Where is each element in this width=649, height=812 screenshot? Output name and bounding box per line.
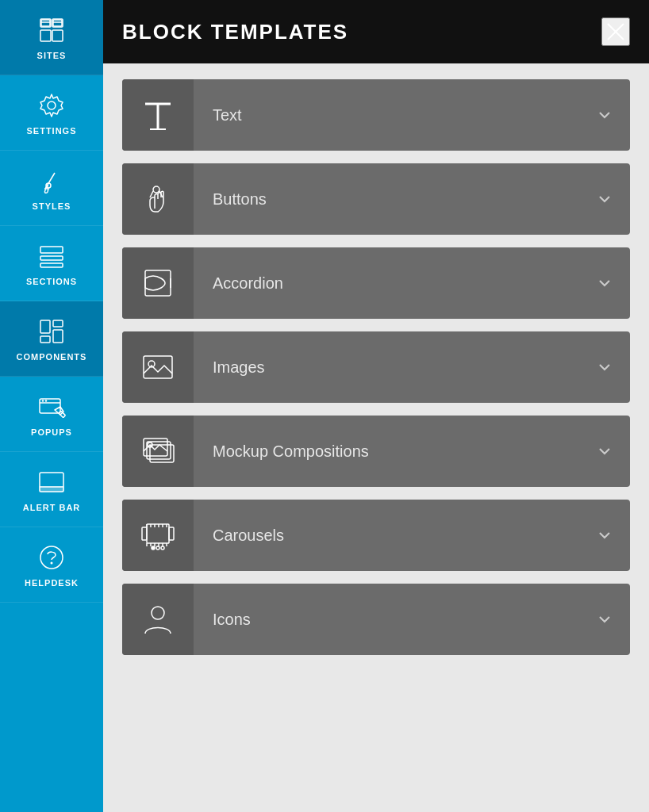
text-label-area: Text — [194, 79, 579, 151]
svg-rect-13 — [40, 256, 63, 260]
carousels-chevron — [579, 500, 630, 571]
svg-point-49 — [161, 546, 164, 550]
mockup-compositions-icon — [139, 432, 177, 470]
chevron-down-icon — [595, 610, 614, 629]
sidebar-item-helpdesk[interactable]: HELPDESK — [0, 527, 103, 603]
svg-point-47 — [152, 546, 155, 550]
svg-rect-35 — [145, 270, 171, 296]
buttons-icon-box — [122, 163, 194, 235]
sidebar-item-sections[interactable]: SECTIONS — [0, 226, 103, 301]
sidebar-label-sections: SECTIONS — [26, 277, 77, 286]
svg-rect-44 — [147, 524, 169, 543]
chevron-down-icon — [595, 274, 614, 293]
sidebar-item-popups[interactable]: POPUPS — [0, 377, 103, 452]
sidebar-label-popups: POPUPS — [31, 427, 72, 437]
page-title: BLOCK TEMPLATES — [122, 20, 348, 44]
sidebar-label-settings: SETTINGS — [26, 126, 76, 136]
images-chevron — [579, 331, 630, 403]
images-label-area: Images — [194, 331, 579, 403]
chevron-down-icon — [595, 358, 614, 377]
svg-rect-6 — [53, 20, 62, 26]
sidebar-label-components: COMPONENTS — [17, 352, 87, 362]
popups-icon — [36, 391, 67, 423]
svg-point-28 — [51, 562, 53, 565]
close-button[interactable] — [601, 17, 630, 46]
mockup-compositions-icon-box — [122, 416, 194, 487]
sidebar-item-sites[interactable]: SITES — [0, 0, 103, 75]
svg-rect-12 — [40, 247, 63, 253]
buttons-label-area: Buttons — [194, 163, 579, 235]
sidebar: SITES SETTINGS STYLES — [0, 0, 103, 812]
mockup-compositions-label: Mockup Compositions — [213, 442, 369, 461]
helpdesk-icon — [36, 542, 67, 573]
svg-point-34 — [153, 186, 159, 193]
svg-rect-23 — [59, 411, 65, 417]
sites-icon — [36, 14, 67, 46]
template-item-carousels[interactable]: Carousels — [122, 500, 630, 571]
images-label: Images — [213, 358, 265, 377]
chevron-down-icon — [595, 442, 614, 461]
svg-rect-25 — [40, 487, 63, 492]
template-item-mockup-compositions[interactable]: Mockup Compositions — [122, 416, 630, 487]
carousels-icon-box — [122, 500, 194, 571]
sections-icon — [36, 240, 67, 272]
sidebar-item-components[interactable]: COMPONENTS — [0, 301, 103, 377]
text-icon — [139, 96, 177, 134]
sidebar-label-sites: SITES — [37, 51, 67, 60]
chevron-down-icon — [595, 190, 614, 209]
template-item-accordion[interactable]: Accordion — [122, 247, 630, 319]
svg-point-62 — [152, 607, 164, 619]
svg-point-48 — [156, 546, 159, 550]
svg-rect-1 — [40, 30, 51, 41]
main-content: BLOCK TEMPLATES Text — [103, 0, 649, 812]
svg-rect-18 — [53, 330, 63, 343]
svg-rect-17 — [53, 320, 63, 327]
svg-rect-38 — [144, 356, 172, 378]
text-icon-box — [122, 79, 194, 151]
svg-rect-4 — [41, 20, 50, 26]
template-item-text[interactable]: Text — [122, 79, 630, 151]
images-icon-box — [122, 331, 194, 403]
svg-point-22 — [45, 400, 47, 401]
icons-label: Icons — [213, 611, 251, 629]
svg-rect-45 — [142, 527, 147, 540]
sidebar-item-styles[interactable]: STYLES — [0, 151, 103, 226]
buttons-chevron — [579, 163, 630, 235]
sidebar-item-alert-bar[interactable]: ALERT BAR — [0, 452, 103, 527]
accordion-label: Accordion — [213, 274, 283, 293]
svg-point-8 — [48, 102, 56, 109]
svg-rect-15 — [40, 320, 50, 333]
sidebar-label-alert-bar: ALERT BAR — [23, 503, 81, 512]
mockup-compositions-chevron — [579, 416, 630, 487]
icons-icon-box — [122, 584, 194, 655]
accordion-icon — [139, 264, 177, 302]
chevron-down-icon — [595, 105, 614, 124]
templates-list[interactable]: Text Buttons — [103, 63, 649, 812]
images-icon — [139, 348, 177, 386]
accordion-chevron — [579, 247, 630, 319]
template-item-buttons[interactable]: Buttons — [122, 163, 630, 235]
sidebar-label-helpdesk: HELPDESK — [25, 578, 79, 588]
accordion-icon-box — [122, 247, 194, 319]
svg-rect-14 — [40, 263, 63, 267]
svg-rect-16 — [40, 336, 50, 343]
text-label: Text — [213, 106, 242, 124]
buttons-label: Buttons — [213, 190, 267, 209]
carousels-label: Carousels — [213, 527, 284, 545]
icons-chevron — [579, 584, 630, 655]
template-item-icons[interactable]: Icons — [122, 584, 630, 655]
chevron-down-icon — [595, 526, 614, 545]
icons-label-area: Icons — [194, 584, 579, 655]
accordion-label-area: Accordion — [194, 247, 579, 319]
sidebar-item-settings[interactable]: SETTINGS — [0, 75, 103, 151]
mockup-compositions-label-area: Mockup Compositions — [194, 416, 579, 487]
carousels-icon — [139, 516, 177, 554]
header: BLOCK TEMPLATES — [103, 0, 649, 63]
buttons-icon — [139, 180, 177, 218]
styles-icon — [36, 165, 67, 197]
template-item-images[interactable]: Images — [122, 331, 630, 403]
icons-person-icon — [139, 600, 177, 638]
alert-bar-icon — [36, 466, 67, 498]
svg-point-27 — [40, 546, 63, 569]
components-icon — [36, 316, 67, 347]
